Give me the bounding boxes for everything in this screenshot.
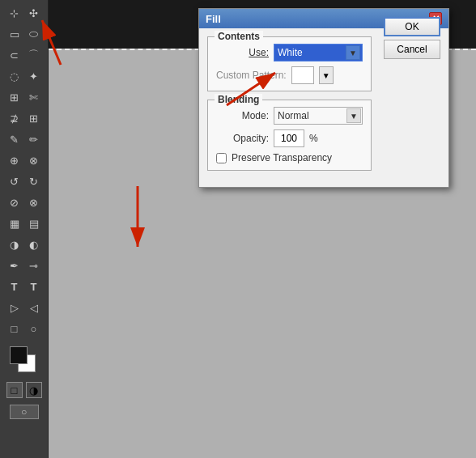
photoshop-toolbar: ⊹ ✣ ▭ ⬭ ⊂ ⌒ ◌ ✦ ⊞ ✄ ⊉ ⊞ ✎ ✏ ⊕ ⊗ ↺ ↻ ⊘ ⊗ … (0, 0, 49, 458)
burn-tool[interactable]: ◐ (24, 235, 44, 254)
freeform-pen-tool[interactable]: ⊸ (24, 256, 44, 275)
dialog-body: OK Cancel Contents Use: White ▼ Custom P… (199, 28, 448, 187)
tool-row-8: ⊕ ⊗ (5, 151, 44, 170)
mode-select[interactable]: Normal (274, 107, 363, 125)
custom-pattern-preview (291, 66, 314, 84)
use-label: Use: (216, 47, 269, 58)
tool-row-15: ▷ ◁ (5, 298, 44, 317)
move-tool[interactable]: ⊹ (5, 3, 24, 23)
pattern-stamp-tool[interactable]: ⊗ (24, 151, 44, 170)
eraser-tool[interactable]: ⊘ (5, 193, 24, 212)
contents-section: Contents Use: White ▼ Custom Pattern: ▼ (207, 36, 372, 91)
tool-row-7: ✎ ✏ (5, 129, 44, 149)
brush-tool[interactable]: ✎ (5, 129, 24, 149)
tool-row-2: ▭ ⬭ (5, 24, 44, 44)
screen-mode-btn[interactable]: ○ (10, 405, 39, 419)
percent-label: % (309, 133, 318, 144)
marquee-ellipse-tool[interactable]: ⬭ (24, 24, 44, 44)
tool-row-14: T T (5, 277, 44, 296)
marquee-rect-tool[interactable]: ▭ (5, 24, 24, 44)
mode-select-wrapper: Normal ▼ (274, 107, 363, 125)
blending-section: Blending Mode: Normal ▼ Opacity: % Prese… (207, 100, 372, 171)
fill-dialog: Fill ✕ OK Cancel Contents Use: White ▼ C… (198, 8, 449, 188)
direct-select-tool[interactable]: ◁ (24, 298, 44, 317)
dodge-tool[interactable]: ◑ (5, 235, 24, 254)
opacity-input[interactable] (274, 129, 304, 147)
tool-row-4: ◌ ✦ (5, 66, 44, 86)
ok-button[interactable]: OK (384, 17, 440, 36)
clone-stamp-tool[interactable]: ⊕ (5, 151, 24, 170)
tool-row-13: ✒ ⊸ (5, 256, 44, 275)
bg-eraser-tool[interactable]: ⊗ (24, 193, 44, 212)
tool-row-11: ▦ ▤ (5, 214, 44, 233)
dialog-title: Fill (206, 13, 221, 25)
quick-select-tool[interactable]: ◌ (5, 66, 24, 86)
opacity-label: Opacity: (216, 133, 269, 144)
opacity-row: Opacity: % (216, 129, 363, 147)
artboard-tool[interactable]: ✣ (24, 3, 44, 23)
ellipse-shape-tool[interactable]: ○ (24, 319, 44, 338)
custom-pattern-label: Custom Pattern: (216, 70, 287, 81)
blending-section-label: Blending (215, 94, 262, 105)
standard-mode-btn[interactable]: □ (6, 382, 23, 398)
slice-tool[interactable]: ✄ (24, 87, 44, 107)
paint-bucket-tool[interactable]: ▤ (24, 214, 44, 233)
mode-label: Mode: (216, 110, 269, 121)
contents-section-label: Contents (215, 31, 263, 42)
tool-row-5: ⊞ ✄ (5, 87, 44, 107)
type-tool[interactable]: T (5, 277, 24, 296)
use-select-wrapper: White ▼ (274, 44, 363, 61)
history-brush-tool[interactable]: ↺ (5, 172, 24, 191)
cancel-button[interactable]: Cancel (384, 40, 440, 59)
ruler-tool[interactable]: ⊞ (24, 108, 44, 128)
magic-wand-tool[interactable]: ✦ (24, 66, 44, 86)
tool-row-12: ◑ ◐ (5, 235, 44, 254)
path-select-tool[interactable]: ▷ (5, 298, 24, 317)
mode-row: Mode: Normal ▼ (216, 107, 363, 125)
tool-row-16: □ ○ (5, 319, 44, 338)
pencil-tool[interactable]: ✏ (24, 129, 44, 149)
gradient-tool[interactable]: ▦ (5, 214, 24, 233)
preserve-transparency-checkbox[interactable] (216, 153, 227, 163)
rect-shape-tool[interactable]: □ (5, 319, 24, 338)
preserve-transparency-label: Preserve Transparency (232, 152, 332, 163)
tool-row-9: ↺ ↻ (5, 172, 44, 191)
quick-mask-btn[interactable]: ◑ (26, 382, 42, 398)
tool-row-3: ⊂ ⌒ (5, 45, 44, 65)
use-row: Use: White ▼ (216, 44, 363, 61)
foreground-color-swatch[interactable] (10, 346, 28, 364)
eyedropper-tool[interactable]: ⊉ (5, 108, 24, 128)
lasso-tool[interactable]: ⊂ (5, 45, 24, 65)
use-value: White (278, 47, 344, 58)
screen-mode-area: □ ◑ (6, 382, 42, 398)
tool-row-1: ⊹ ✣ (5, 3, 44, 23)
custom-pattern-row: Custom Pattern: ▼ (216, 66, 363, 84)
dialog-action-buttons: OK Cancel (384, 17, 440, 59)
poly-lasso-tool[interactable]: ⌒ (24, 45, 44, 65)
use-select-arrow-icon: ▼ (346, 45, 360, 60)
color-swatch-area (6, 346, 42, 377)
tool-row-10: ⊘ ⊗ (5, 193, 44, 212)
pen-tool[interactable]: ✒ (5, 256, 24, 275)
type-vertical-tool[interactable]: T (24, 277, 44, 296)
preserve-transparency-row: Preserve Transparency (216, 152, 363, 163)
use-select[interactable]: White ▼ (274, 44, 363, 61)
art-history-tool[interactable]: ↻ (24, 172, 44, 191)
custom-pattern-dropdown[interactable]: ▼ (319, 66, 334, 84)
crop-tool[interactable]: ⊞ (5, 87, 24, 107)
tool-row-6: ⊉ ⊞ (5, 108, 44, 128)
